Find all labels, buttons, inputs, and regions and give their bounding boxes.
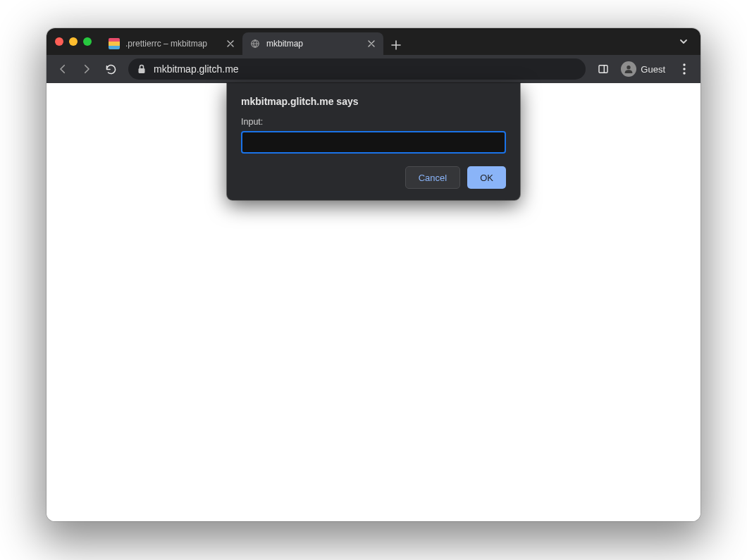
ok-button[interactable]: OK [467, 166, 506, 189]
toolbar: mkbitmap.glitch.me Guest [47, 55, 700, 83]
reload-button[interactable] [100, 58, 121, 80]
browser-window: .prettierrc – mkbitmap mkbitmap [47, 28, 700, 521]
profile-label: Guest [641, 64, 665, 75]
window-minimize-button[interactable] [69, 37, 78, 46]
profile-button[interactable]: Guest [618, 58, 669, 80]
tab-label: mkbitmap [266, 39, 361, 49]
dialog-label: Input: [241, 117, 506, 127]
svg-point-4 [627, 66, 631, 69]
lock-icon [137, 64, 147, 74]
kebab-menu-button[interactable] [674, 58, 695, 80]
tabstrip: .prettierrc – mkbitmap mkbitmap [101, 28, 675, 55]
window-close-button[interactable] [55, 37, 63, 46]
traffic-lights [55, 37, 92, 46]
glitch-icon [109, 38, 120, 49]
titlebar: .prettierrc – mkbitmap mkbitmap [47, 28, 700, 55]
tab-label: .prettierrc – mkbitmap [125, 39, 220, 49]
dialog-actions: Cancel OK [241, 166, 506, 189]
svg-rect-2 [599, 66, 607, 73]
toolbar-right: Guest [593, 58, 695, 80]
page-content: mkbitmap.glitch.me says Input: Cancel OK [47, 83, 700, 521]
avatar-icon [621, 61, 636, 77]
tab-mkbitmap[interactable]: mkbitmap [242, 32, 383, 55]
address-bar[interactable]: mkbitmap.glitch.me [128, 58, 586, 80]
tab-list-menu-button[interactable] [675, 37, 692, 46]
js-prompt-dialog: mkbitmap.glitch.me says Input: Cancel OK [227, 83, 520, 200]
close-icon[interactable] [366, 39, 376, 49]
cancel-button[interactable]: Cancel [405, 166, 460, 189]
dialog-title: mkbitmap.glitch.me says [241, 96, 506, 107]
svg-rect-1 [139, 68, 145, 73]
window-zoom-button[interactable] [83, 37, 92, 46]
svg-point-5 [683, 63, 685, 66]
close-icon[interactable] [226, 39, 235, 49]
tab-prettierrc[interactable]: .prettierrc – mkbitmap [101, 32, 242, 55]
side-panel-button[interactable] [593, 58, 614, 80]
globe-icon [249, 38, 261, 49]
forward-button[interactable] [76, 58, 97, 80]
svg-point-7 [683, 72, 685, 74]
new-tab-button[interactable] [386, 35, 406, 55]
dialog-input[interactable] [241, 131, 506, 154]
svg-point-6 [683, 68, 685, 70]
back-button[interactable] [52, 58, 73, 80]
url-text: mkbitmap.glitch.me [154, 63, 239, 75]
